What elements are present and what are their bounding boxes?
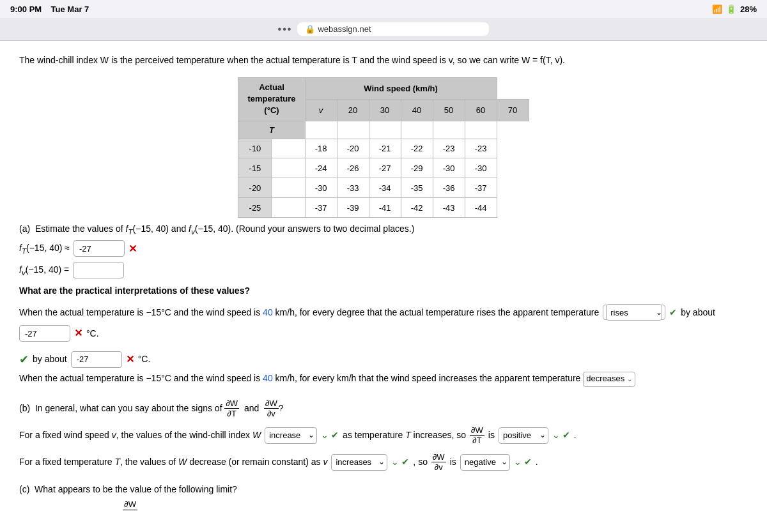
row-t-0: -10 bbox=[238, 139, 272, 158]
interp2-x-icon: ✕ bbox=[126, 351, 134, 369]
partb-resp2-comma: , so bbox=[413, 454, 428, 470]
negative-dropdown[interactable]: negative positive bbox=[460, 454, 510, 471]
cell-1-2: -27 bbox=[369, 158, 401, 178]
empty-cell2 bbox=[337, 121, 369, 139]
status-time-date: 9:00 PM Tue Mar 7 bbox=[10, 4, 89, 14]
col-40: 40 bbox=[401, 99, 433, 121]
cell-1-0: -24 bbox=[305, 158, 337, 178]
interp-title: What are the practical interpretations o… bbox=[19, 284, 748, 298]
ft-input[interactable] bbox=[74, 240, 125, 257]
partb-resp2-frac-den: ∂v bbox=[433, 462, 444, 473]
row-v-empty-2 bbox=[272, 178, 305, 198]
actual-temp-header: Actual temperature (°C) bbox=[238, 78, 305, 121]
cell-3-0: -37 bbox=[305, 198, 337, 218]
partc-frac-num: ∂W bbox=[123, 499, 137, 510]
interp1-x-icon: ✕ bbox=[74, 324, 82, 343]
part-a: (a) Estimate the values of fT(−15, 40) a… bbox=[19, 224, 748, 387]
col-30: 30 bbox=[369, 99, 401, 121]
check-resp2: ⌄ ✔ bbox=[391, 454, 409, 470]
browser-chrome: ••• 🔒 webassign.net bbox=[0, 18, 767, 41]
col-50: 50 bbox=[433, 99, 465, 121]
cell-2-0: -30 bbox=[305, 178, 337, 198]
row-v-empty-0 bbox=[272, 139, 305, 158]
t-header: T bbox=[238, 121, 305, 139]
partb-resp2-is: is bbox=[450, 454, 456, 470]
fv-input[interactable] bbox=[73, 262, 124, 278]
partb-resp1-mid: as temperature T increases, so bbox=[343, 427, 466, 443]
cell-0-2: -21 bbox=[369, 139, 401, 158]
content-area: The wind-chill index W is the perceived … bbox=[0, 41, 767, 532]
cell-3-5: -44 bbox=[465, 198, 497, 218]
date: Tue Mar 7 bbox=[51, 4, 89, 14]
url-text: webassign.net bbox=[318, 24, 371, 34]
part-b-question: (b) In general, what can you say about t… bbox=[19, 399, 748, 419]
interp2-deg: °C. bbox=[138, 351, 151, 367]
cell-0-3: -22 bbox=[401, 139, 433, 158]
increase-dropdown-wrapper[interactable]: increase decrease bbox=[265, 427, 317, 444]
partb-resp1-period: . bbox=[574, 427, 577, 443]
interp1-line: When the actual temperature is −15°C and… bbox=[19, 305, 748, 343]
cell-2-2: -34 bbox=[369, 178, 401, 198]
cell-1-1: -26 bbox=[337, 158, 369, 178]
time: 9:00 PM bbox=[10, 4, 42, 14]
cell-0-4: -23 bbox=[433, 139, 465, 158]
cell-2-5: -37 bbox=[465, 178, 497, 198]
partb-resp1-prefix: For a fixed wind speed v, the values of … bbox=[19, 427, 261, 443]
positive-dropdown[interactable]: positive negative bbox=[499, 427, 548, 444]
partb-resp1-is: is bbox=[488, 427, 495, 443]
rises-dropdown[interactable]: rises decreases bbox=[606, 304, 662, 321]
status-right: 📶 🔋 28% bbox=[712, 4, 757, 14]
interp1-deg: °C. bbox=[86, 326, 99, 342]
interp2-line: ✔ by about ✕ °C. bbox=[19, 349, 748, 370]
positive-dropdown-wrapper[interactable]: positive negative bbox=[499, 427, 548, 444]
part-c-fraction: ∂W bbox=[19, 499, 748, 520]
cell-0-5: -23 bbox=[465, 139, 497, 158]
wifi-icon: 📶 bbox=[712, 4, 722, 14]
row-t-3: -25 bbox=[238, 198, 272, 218]
battery-percent: 28% bbox=[740, 4, 757, 14]
check-resp1: ⌄ ✔ bbox=[321, 427, 339, 443]
problem-intro: The wind-chill index W is the perceived … bbox=[19, 54, 748, 67]
cell-0-1: -20 bbox=[337, 139, 369, 158]
partb-resp2-period: . bbox=[536, 454, 538, 470]
row-t-1: -15 bbox=[238, 158, 272, 178]
partb-resp1: For a fixed wind speed v, the values of … bbox=[19, 425, 748, 446]
cell-3-2: -41 bbox=[369, 198, 401, 218]
col-60: 60 bbox=[465, 99, 497, 121]
col-20: 20 bbox=[337, 99, 369, 121]
battery-icon: 🔋 bbox=[726, 4, 736, 14]
url-bar[interactable]: 🔒 webassign.net bbox=[297, 22, 489, 36]
increases-dropdown[interactable]: increases decreases bbox=[331, 454, 387, 471]
cell-1-5: -30 bbox=[465, 158, 497, 178]
browser-dots: ••• bbox=[278, 24, 293, 35]
cell-1-4: -30 bbox=[433, 158, 465, 178]
table-section: Actual temperature (°C) Wind speed (km/h… bbox=[19, 77, 748, 211]
col-v: v bbox=[305, 99, 337, 121]
increase-dropdown[interactable]: increase decrease bbox=[265, 427, 317, 444]
interp1-prefix: When the actual temperature is −15°C and… bbox=[19, 305, 599, 321]
rises-dropdown-wrapper[interactable]: rises decreases bbox=[603, 305, 665, 320]
cell-3-4: -43 bbox=[433, 198, 465, 218]
ft-x-icon: ✕ bbox=[128, 243, 137, 255]
check-resp1-sign: ⌄ ✔ bbox=[552, 427, 570, 443]
cell-2-4: -36 bbox=[433, 178, 465, 198]
part-c-label: (c) What appears to be the value of the … bbox=[19, 484, 748, 494]
empty-cell6 bbox=[465, 121, 497, 139]
increases-dropdown-wrapper[interactable]: increases decreases bbox=[331, 454, 387, 471]
negative-dropdown-wrapper[interactable]: negative positive bbox=[460, 454, 510, 471]
interp2-value-input[interactable] bbox=[71, 351, 122, 368]
wind-chill-table: Actual temperature (°C) Wind speed (km/h… bbox=[238, 77, 529, 218]
row-v-empty-3 bbox=[272, 198, 305, 218]
ft-equation: fT(−15, 40) ≈ ✕ bbox=[19, 240, 748, 257]
interp1-value-input[interactable] bbox=[19, 325, 70, 342]
cell-3-3: -42 bbox=[401, 198, 433, 218]
partb-frac2-num: ∂W bbox=[264, 399, 279, 409]
status-bar: 9:00 PM Tue Mar 7 📶 🔋 28% bbox=[0, 0, 767, 18]
cell-3-1: -39 bbox=[337, 198, 369, 218]
check-interp1: ✔ bbox=[669, 305, 677, 321]
partb-resp1-frac-den: ∂T bbox=[471, 436, 483, 446]
partb-resp2-prefix: For a fixed temperature T, the values of… bbox=[19, 454, 327, 470]
interp2-by-about: by about bbox=[33, 351, 67, 367]
empty-cell4 bbox=[401, 121, 433, 139]
cell-1-3: -29 bbox=[401, 158, 433, 178]
